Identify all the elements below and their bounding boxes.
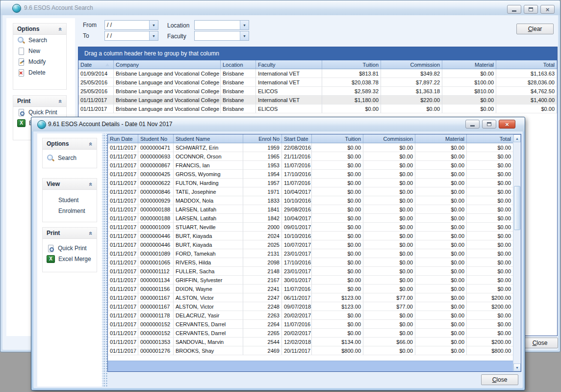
cell: $66.00	[363, 338, 415, 346]
close-button[interactable]: ×	[540, 5, 555, 14]
scroll-up-button[interactable]: ▲	[513, 134, 521, 142]
table-row[interactable]: 01/11/20170000001156DIXON, Wayne224111/0…	[108, 285, 513, 293]
sidebar-item-student[interactable]: Student	[43, 195, 97, 206]
column-header[interactable]: Tuition	[322, 60, 381, 69]
minimize-button[interactable]	[465, 120, 480, 129]
group-by-bar[interactable]: Drag a column header here to group by th…	[78, 47, 557, 60]
grid-new-row[interactable]	[108, 361, 513, 371]
column-header[interactable]: Date	[78, 60, 114, 69]
table-row[interactable]: 01/11/20170000000446BURT, Kiayada202510/…	[108, 240, 513, 249]
sidebar-item-new[interactable]: New	[13, 46, 66, 56]
cell: $0.00	[467, 240, 513, 249]
table-row[interactable]: 01/11/20170000001134GRIFFIN, Sylvester21…	[108, 276, 513, 285]
print-group-header[interactable]: Print «	[13, 96, 66, 107]
table-row[interactable]: 01/11/20170000000425GROSS, Wyoming195417…	[108, 170, 513, 179]
table-row[interactable]: 01/09/2014Brisbane Language and Vocation…	[78, 69, 557, 78]
maximize-button[interactable]	[482, 120, 496, 129]
scroll-down-button[interactable]: ▼	[513, 364, 521, 371]
cell: STUART, Neville	[174, 223, 243, 232]
table-row[interactable]: 01/11/20170000001276BROOKS, Shay246920/1…	[108, 346, 513, 355]
column-header[interactable]: Material	[442, 60, 496, 69]
options-group-header[interactable]: Options «	[43, 138, 97, 150]
table-row[interactable]: 01/11/20170000000152CERVANTES, Darrel226…	[108, 320, 513, 329]
sidebar-item-delete[interactable]: Delete	[13, 67, 66, 78]
table-row[interactable]: 01/11/2017Brisbane Language and Vocation…	[78, 105, 557, 113]
table-row[interactable]: 01/11/20170000001167ALSTON, Victor224706…	[108, 293, 513, 302]
sidebar-item-quick-print[interactable]: Quick Print	[13, 107, 66, 118]
splitter-handle[interactable]	[102, 133, 107, 387]
table-row[interactable]: 01/11/20170000001353SANDOVAL, Marvin2544…	[108, 338, 513, 346]
collapse-chevron-icon[interactable]: «	[57, 99, 64, 103]
chevron-down-icon[interactable]: ▼	[149, 21, 158, 29]
print-group-header[interactable]: Print «	[43, 228, 97, 239]
table-row[interactable]: 01/11/20170000001178DELACRUZ, Yasir22632…	[108, 311, 513, 320]
column-header[interactable]: Student Name	[174, 134, 243, 143]
column-header[interactable]: Student No	[138, 134, 174, 143]
options-group-header[interactable]: Options «	[13, 24, 66, 35]
sidebar-item-search[interactable]: Search	[43, 153, 97, 163]
cell: 01/11/2017	[78, 105, 114, 113]
column-header[interactable]: Material	[415, 134, 467, 143]
sidebar-item-quick-print[interactable]: Quick Print	[43, 243, 97, 254]
table-row[interactable]: 01/11/2017Brisbane Language and Vocation…	[78, 96, 557, 105]
table-row[interactable]: 25/05/2016Brisbane Language and Vocation…	[78, 87, 557, 96]
chevron-down-icon[interactable]: ▼	[240, 21, 249, 29]
view-group-header[interactable]: View «	[43, 179, 97, 190]
table-row[interactable]: 01/11/20170000001009STUART, Neville20000…	[108, 223, 513, 232]
table-row[interactable]: 01/11/20170000000846TATE, Josephine19711…	[108, 187, 513, 196]
collapse-chevron-icon[interactable]: «	[57, 27, 64, 30]
collapse-chevron-icon[interactable]: «	[87, 231, 95, 235]
sidebar-item-search[interactable]: Search	[13, 35, 66, 46]
cell: $1,163.63	[496, 69, 557, 78]
column-header[interactable]: Location	[221, 60, 256, 69]
minimize-button[interactable]	[507, 5, 521, 14]
table-row[interactable]: 25/05/2016Brisbane Language and Vocation…	[78, 78, 557, 87]
table-row[interactable]: 01/11/20170000000446BURT, Kiayada202410/…	[108, 232, 513, 240]
maximize-button[interactable]	[524, 5, 538, 14]
sidebar-item-modify[interactable]: Modify	[13, 56, 66, 67]
sidebar-item-enrolment[interactable]: Enrolment	[43, 206, 97, 216]
column-header[interactable]: Run Date	[108, 134, 138, 143]
table-row[interactable]: 01/11/20170000001065RIVERS, Hilda209817/…	[108, 258, 513, 267]
table-row[interactable]: 01/11/20170000000867FRANCIS, Ian195311/0…	[108, 161, 513, 170]
collapse-chevron-icon[interactable]: «	[87, 142, 95, 145]
title-bar[interactable]: 9.6 ESOS Account Search ×	[0, 0, 560, 15]
table-row[interactable]: 01/11/20170000000188LARSEN, Latifah18421…	[108, 214, 513, 223]
column-header[interactable]: Faculty	[256, 60, 322, 69]
faculty-combobox[interactable]: ▼	[194, 31, 249, 41]
column-header[interactable]: Commission	[381, 60, 442, 69]
table-row[interactable]: 01/11/20170000000152CERVANTES, Darrel226…	[108, 329, 513, 338]
column-header[interactable]: Enrol No	[243, 134, 282, 143]
close-button[interactable]: ×	[499, 120, 515, 129]
column-header[interactable]: Total	[496, 60, 557, 69]
column-header[interactable]: Total	[467, 134, 513, 143]
cell: $0.00	[363, 311, 415, 320]
table-row[interactable]: 01/11/20170000001167ALSTON, Victor224809…	[108, 302, 513, 311]
scrollbar-thumb[interactable]	[514, 186, 520, 230]
location-combobox[interactable]: ▼	[194, 20, 249, 30]
sidebar-item-excel-merge[interactable]: Excel Merge	[43, 254, 97, 264]
table-row[interactable]: 01/11/20170000001112FULLER, Sacha214823/…	[108, 267, 513, 276]
chevron-down-icon[interactable]: ▼	[149, 31, 158, 40]
column-header[interactable]: Company	[114, 60, 221, 69]
title-bar[interactable]: 9.61 ESOS Account Details - Date 01 Nov …	[31, 117, 525, 131]
table-row[interactable]: 01/11/20170000000471SCHWARTZ, Erin195922…	[108, 143, 513, 152]
column-header[interactable]: Tuition	[312, 134, 363, 143]
clear-button[interactable]: Clear	[516, 24, 554, 34]
column-header[interactable]: Start Date	[282, 134, 312, 143]
close-window-button[interactable]: Close	[481, 374, 518, 385]
date-from-combobox[interactable]: / / ▼	[104, 20, 158, 30]
chevron-down-icon[interactable]: ▼	[240, 31, 249, 40]
collapse-chevron-icon[interactable]: «	[87, 182, 95, 185]
table-row[interactable]: 01/11/20170000001089FORD, Tamekah213123/…	[108, 249, 513, 258]
cell: 11/07/2016	[282, 161, 312, 170]
table-row[interactable]: 01/11/20170000000622FULTON, Harding19571…	[108, 179, 513, 187]
close-window-button[interactable]: Close	[522, 338, 558, 348]
table-row[interactable]: 01/11/20170000000929MADDOX, Nola183310/1…	[108, 196, 513, 205]
table-row[interactable]: 01/11/20170000000188LARSEN, Latifah18412…	[108, 205, 513, 214]
cell: $0.00	[363, 267, 415, 276]
column-header[interactable]: Commission	[363, 134, 415, 143]
date-to-combobox[interactable]: / / ▼	[104, 31, 158, 41]
table-row[interactable]: 01/11/20170000000693OCONNOR, Orson196521…	[108, 152, 513, 161]
vertical-scrollbar[interactable]: ▲ ▼	[513, 134, 521, 371]
